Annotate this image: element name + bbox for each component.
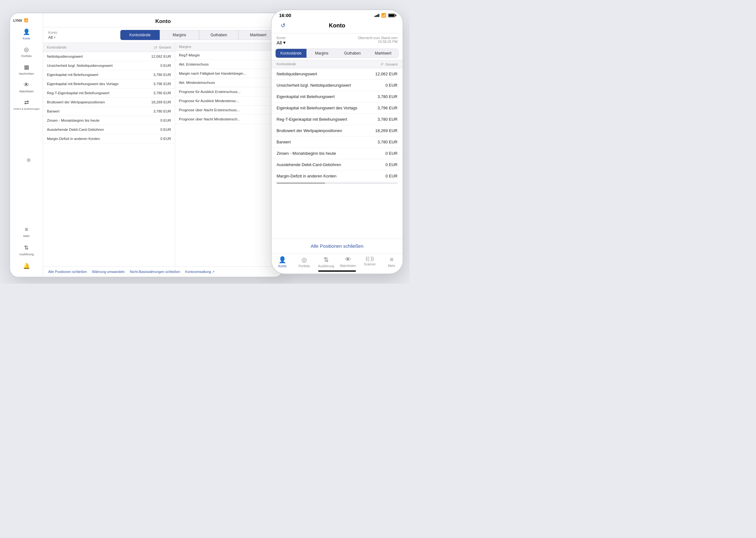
phone-konto-icon: 👤 xyxy=(278,256,286,263)
sort-icon: ⇄ xyxy=(154,45,158,50)
account-selector[interactable]: All ▾ xyxy=(48,35,57,40)
phone-nav-ausfuhrung[interactable]: ⇅ Ausführung xyxy=(315,256,337,268)
phone-nav-portfolio[interactable]: ◎ Portfolio xyxy=(293,256,315,268)
sidebar-item-konto[interactable]: 👤 Konto xyxy=(10,25,43,42)
sidebar-item-orders[interactable]: ⇄ Orders & Ausführungen xyxy=(10,95,43,113)
table-row: Unsicherheit bzgl. Nettoliquidierungswer… xyxy=(271,80,402,91)
row-label: Barwert xyxy=(277,139,291,144)
sidebar-item-ausfuhrung[interactable]: ⇅ Ausführung xyxy=(19,241,34,258)
row-value: 3,780 EUR xyxy=(377,117,398,122)
table-row: Prognose für Ausblick Mindesteinsc... xyxy=(175,96,283,106)
account-value: All xyxy=(48,35,53,40)
row-label: Nettoliquidierungswert xyxy=(277,72,317,76)
phone-bottom-nav: 👤 Konto ◎ Portfolio ⇅ Ausführung 👁 Watch… xyxy=(271,253,402,269)
table-row: Margin-Defizit in anderen Konten0 EUR xyxy=(43,134,175,143)
table-row: Eigenkapital mit Beleihungswert des Vort… xyxy=(271,102,402,114)
phone-nav-label-watchlisten: Watchlisten xyxy=(340,264,356,268)
refresh-icon: ↺ xyxy=(281,22,285,29)
row-value: 18,269 EUR xyxy=(151,100,171,104)
phone-nav-mehr[interactable]: ≡ Mehr xyxy=(381,256,402,268)
tab-guthaben[interactable]: Guthaben xyxy=(199,30,238,40)
app-name: LYNX xyxy=(13,19,22,23)
row-label: Eigenkapital mit Beleihungswert xyxy=(277,94,335,99)
table-row: RegT-Margin xyxy=(175,51,283,60)
phone-nav-label-portfolio: Portfolio xyxy=(299,264,310,268)
sidebar-label-konto: Konto xyxy=(23,37,30,40)
row-label: Bruttowert der Wertpapierpositionen xyxy=(277,128,342,133)
sidebar-label-ausfuhrung: Ausführung xyxy=(19,253,34,256)
sidebar-item-nachrichten[interactable]: ▦ Nachrichten xyxy=(10,60,43,78)
kontostaende-table-body: Nettoliquidierungswert12,062 EURUnsicher… xyxy=(43,52,175,143)
kontostaende-header: Kontostände ⇄ Gesamt xyxy=(43,43,175,52)
alle-positionen-button[interactable]: Alle Positionen schließen xyxy=(271,239,402,253)
phone-tab-marktwert[interactable]: Marktwert xyxy=(368,49,399,58)
table-row: Akt. Mindesteinschuss xyxy=(175,78,283,87)
phone-tabs: Kontostände Margins Guthaben Marktwert xyxy=(275,49,399,58)
tab-margins[interactable]: Margins xyxy=(160,30,199,40)
sidebar-label-orders: Orders & Ausführungen xyxy=(12,107,41,110)
phone-tab-margins[interactable]: Margins xyxy=(307,49,337,58)
phone-account-selector[interactable]: All ▾ xyxy=(277,40,286,45)
footer-nicht-basis[interactable]: Nicht-Basiswährungen schließen xyxy=(130,270,180,274)
row-label: Nettoliquidierungswert xyxy=(47,55,83,58)
phone-table-header: Kontostände ⇄ Gesamt xyxy=(271,60,402,68)
phone-watchlisten-icon: 👁 xyxy=(345,256,351,263)
phone-tab-guthaben[interactable]: Guthaben xyxy=(337,49,368,58)
row-label: Barwert xyxy=(47,109,60,113)
phone-nav-konto[interactable]: 👤 Konto xyxy=(271,256,293,268)
table-row: Ausstehende Debit-Card-Gebühren0 EUR xyxy=(271,159,402,171)
table-row: Reg-T-Eigenkapital mit Beleihungswert3,7… xyxy=(271,114,402,125)
tablet-sidebar: LYNX 📶 👤 Konto ◎ Portfolio ▦ Nachrichten… xyxy=(10,13,43,277)
table-row: Eigenkapital mit Beleihungswert3,780 EUR xyxy=(43,70,175,80)
refresh-button[interactable]: ↺ xyxy=(278,21,288,30)
footer-wahrung[interactable]: Währung umwandeln xyxy=(92,270,125,274)
phone-account-value: All xyxy=(277,40,282,45)
tablet-footer: Alle Positionen schließen Währung umwand… xyxy=(43,266,283,277)
phone-table-body: Nettoliquidierungswert12,062 EURUnsicher… xyxy=(271,68,402,182)
phone-nav-watchlisten[interactable]: 👁 Watchlisten xyxy=(337,256,359,268)
row-label: Akt. Mindesteinschuss xyxy=(179,81,215,84)
row-label: Akt. Ersteinschuss xyxy=(179,62,209,66)
sidebar-item-portfolio[interactable]: ◎ Portfolio xyxy=(10,42,43,60)
row-value: 0 EUR xyxy=(386,162,398,167)
kontostaende-pane: Kontostände ⇄ Gesamt Nettoliquidierungsw… xyxy=(43,43,175,266)
table-row: Ausstehende Debit-Card-Gebühren0 EUR xyxy=(43,125,175,134)
phone-portfolio-icon: ◎ xyxy=(302,256,307,263)
row-value: 12,062 EUR xyxy=(151,55,171,58)
tab-kontostaende[interactable]: Kontostände xyxy=(120,30,160,40)
sidebar-label-mehr: Mehr xyxy=(23,235,30,238)
mehr-icon: ≡ xyxy=(22,225,31,234)
tablet-main-content: Konto Konto All ▾ Kontostände Margins Gu… xyxy=(43,13,283,277)
sidebar-bottom: ≡ Mehr ⇅ Ausführung 🔔 xyxy=(19,223,34,277)
tablet-tabs: Kontostände Margins Guthaben Marktwert xyxy=(120,30,278,40)
row-label: Unsicherheit bzgl. Nettoliquidierungswer… xyxy=(277,83,351,87)
footer-alle-positionen[interactable]: Alle Positionen schließen xyxy=(48,270,87,274)
phone-timestamp-label: Übersicht zum Stand vom xyxy=(358,36,398,40)
phone-chevron-icon: ▾ xyxy=(283,40,286,45)
sidebar-label-portfolio: Portfolio xyxy=(21,55,31,58)
sidebar-item-mehr[interactable]: ≡ Mehr xyxy=(19,223,34,240)
row-value: 0 EUR xyxy=(160,119,171,122)
row-label: Margin-Defizit in anderen Konten xyxy=(47,137,100,140)
phone-timestamp: 15:58:25 PM xyxy=(358,40,398,43)
sidebar-item-bell[interactable]: 🔔 xyxy=(19,259,34,273)
row-value: 3,796 EUR xyxy=(153,82,171,86)
tablet-account-bar: Konto All ▾ Kontostände Margins Guthaben… xyxy=(43,27,283,43)
margins-header-label: Margins xyxy=(179,45,191,49)
kontostaende-header-label: Kontostände xyxy=(47,45,67,49)
row-label: Zinsen - Monatsbeginn bis heute xyxy=(277,151,336,156)
sidebar-item-watchlisten[interactable]: 👁 Watchlisten xyxy=(10,78,43,95)
watchlisten-icon: 👁 xyxy=(22,81,31,89)
phone-tab-kontostaende[interactable]: Kontostände xyxy=(276,49,307,58)
scroll-thumb xyxy=(277,183,325,184)
signal-icon xyxy=(375,14,379,17)
row-label: Zinsen - Monatsbeginn bis heute xyxy=(47,119,100,122)
footer-kontoverwaltung[interactable]: Kontoverwaltung xyxy=(185,270,214,274)
row-value: 0 EUR xyxy=(160,64,171,68)
tablet-side-button xyxy=(27,158,30,162)
phone-table-header-label: Kontostände xyxy=(277,62,296,66)
phone-device: 16:00 📶 ↺ Konto Konto All ▾ xyxy=(271,10,403,274)
margins-pane: Margins RegT-MarginAkt. ErsteinschussMar… xyxy=(175,43,283,266)
phone-page-title: Konto xyxy=(329,23,345,29)
phone-nav-scanner[interactable]: ((·)) Scanner xyxy=(359,256,381,268)
